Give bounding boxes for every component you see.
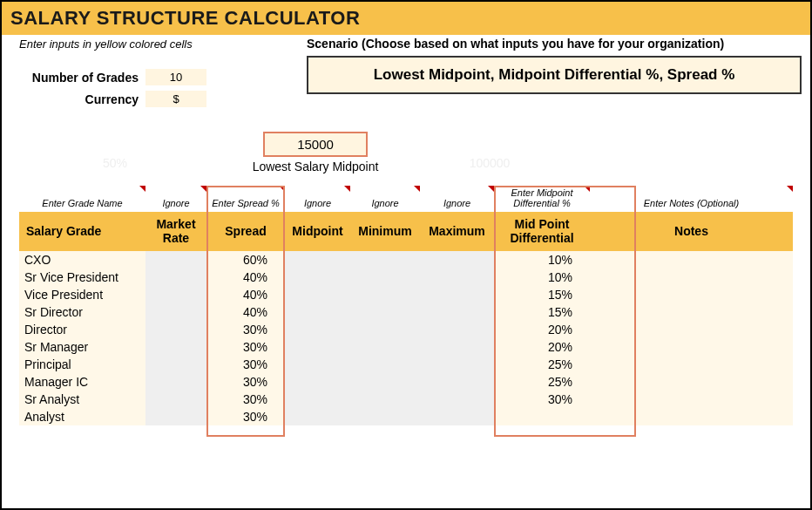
cell-maximum [420,321,494,338]
cell-spread[interactable]: 30% [206,391,285,408]
table-row: Director30%20% [19,321,793,338]
table-row: Sr Analyst30%30% [19,391,793,408]
cell-maximum [420,408,494,425]
cell-minimum [350,269,420,286]
cell-midpoint [285,391,350,408]
cell-spread[interactable]: 40% [206,303,285,321]
cell-notes[interactable] [590,408,793,425]
th-diff: Mid Point Differential [494,212,590,251]
helper-grade: Enter Grade Name [19,186,145,212]
cell-minimum [350,338,420,356]
cell-diff[interactable]: 25% [494,356,590,373]
table-row: Sr Director40%15% [19,303,793,321]
lowest-midpoint-input[interactable]: 15000 [263,132,368,157]
currency-input[interactable]: $ [145,91,206,107]
cell-diff[interactable]: 25% [494,373,590,391]
th-spread: Spread [206,212,285,251]
cell-spread[interactable]: 30% [206,373,285,391]
cell-market [145,251,206,269]
cell-diff[interactable]: 15% [494,303,590,321]
cell-notes[interactable] [590,269,793,286]
cell-notes[interactable] [590,391,793,408]
th-grade: Salary Grade [19,212,145,251]
cell-notes[interactable] [590,338,793,356]
cell-grade[interactable]: Director [19,321,145,338]
cell-grade[interactable]: Principal [19,356,145,373]
cell-grade[interactable]: Sr Vice President [19,269,145,286]
table-row: Manager IC30%25% [19,373,793,391]
helper-notes: Enter Notes (Optional) [590,186,793,212]
table-row: CXO60%10% [19,251,793,269]
cell-minimum [350,391,420,408]
helper-maximum: Ignore [420,186,494,212]
th-market: Market Rate [145,212,206,251]
cell-grade[interactable]: CXO [19,251,145,269]
table-row: Vice President40%15% [19,286,793,303]
cell-minimum [350,408,420,425]
cell-spread[interactable]: 30% [206,356,285,373]
grades-input[interactable]: 10 [145,69,206,85]
cell-minimum [350,321,420,338]
cell-grade[interactable]: Manager IC [19,373,145,391]
th-midpoint: Midpoint [285,212,350,251]
cell-minimum [350,251,420,269]
th-maximum: Maximum [420,212,494,251]
cell-grade[interactable]: Sr Director [19,303,145,321]
cell-grade[interactable]: Vice President [19,286,145,303]
cell-notes[interactable] [590,321,793,338]
cell-midpoint [285,303,350,321]
cell-notes[interactable] [590,373,793,391]
cell-midpoint [285,286,350,303]
cell-diff[interactable]: 20% [494,321,590,338]
cell-notes[interactable] [590,303,793,321]
cell-maximum [420,251,494,269]
cell-spread[interactable]: 40% [206,286,285,303]
instruction-text: Enter inputs in yellow colored cells [10,35,201,53]
cell-midpoint [285,356,350,373]
cell-market [145,391,206,408]
cell-midpoint [285,251,350,269]
helper-midpoint: Ignore [285,186,350,212]
cell-diff[interactable]: 20% [494,338,590,356]
cell-maximum [420,373,494,391]
cell-notes[interactable] [590,251,793,269]
lowest-midpoint-label: Lowest Salary Midpoint [228,157,403,173]
cell-minimum [350,356,420,373]
cell-minimum [350,286,420,303]
cell-spread[interactable]: 30% [206,408,285,425]
cell-diff[interactable]: 10% [494,269,590,286]
cell-spread[interactable]: 30% [206,338,285,356]
helper-market: Ignore [145,186,206,212]
cell-maximum [420,356,494,373]
cell-diff[interactable]: 30% [494,391,590,408]
cell-maximum [420,269,494,286]
cell-grade[interactable]: Sr Manager [19,338,145,356]
helper-spread: Enter Spread % [206,186,285,212]
cell-diff[interactable] [494,408,590,425]
cell-maximum [420,338,494,356]
cell-grade[interactable]: Sr Analyst [19,391,145,408]
cell-maximum [420,303,494,321]
scenario-select[interactable]: Lowest Midpoint, Midpoint Differential %… [307,56,802,94]
cell-spread[interactable]: 30% [206,321,285,338]
th-minimum: Minimum [350,212,420,251]
cell-spread[interactable]: 40% [206,269,285,286]
currency-label: Currency [10,92,145,106]
cell-minimum [350,373,420,391]
cell-midpoint [285,321,350,338]
cell-market [145,338,206,356]
cell-maximum [420,286,494,303]
table-row: Principal30%25% [19,356,793,373]
cell-spread[interactable]: 60% [206,251,285,269]
cell-diff[interactable]: 10% [494,251,590,269]
cell-maximum [420,391,494,408]
th-notes: Notes [590,212,793,251]
cell-market [145,321,206,338]
cell-notes[interactable] [590,286,793,303]
cell-notes[interactable] [590,356,793,373]
cell-diff[interactable]: 15% [494,286,590,303]
cell-grade[interactable]: Analyst [19,408,145,425]
faded-left: 50% [2,153,228,173]
cell-market [145,286,206,303]
cell-midpoint [285,269,350,286]
